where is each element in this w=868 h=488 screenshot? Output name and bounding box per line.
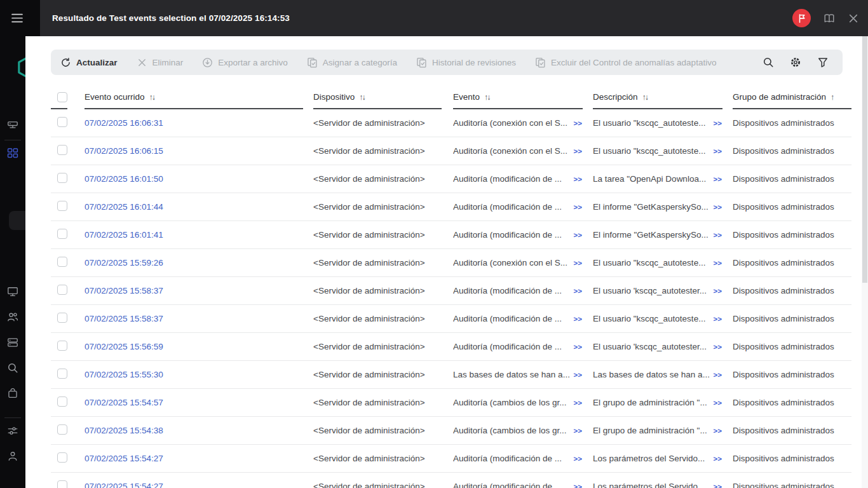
toolbar-button-excluir-del-control-de-anomalías-adaptativo[interactable]: Excluir del Control de anomalías adaptat… (535, 57, 716, 68)
event-time-link[interactable]: 07/02/2025 15:58:37 (85, 286, 163, 295)
expand-chevrons-link[interactable]: >> (714, 259, 722, 267)
expand-chevrons-link[interactable]: >> (714, 343, 722, 351)
row-checkbox[interactable] (57, 396, 67, 407)
sidebar-item-search[interactable] (7, 362, 18, 374)
expand-chevrons-link[interactable]: >> (574, 119, 582, 127)
settings-gear-button[interactable] (790, 57, 801, 68)
toolbar-button-eliminar[interactable]: Eliminar (137, 57, 184, 68)
sidebar-selected-item-highlight[interactable] (9, 211, 25, 230)
sidebar-item-users[interactable] (7, 311, 18, 323)
column-header-grupo-de-administración[interactable]: Grupo de administración↑ (733, 86, 851, 109)
row-checkbox[interactable] (57, 313, 67, 323)
sidebar-item-server[interactable] (7, 119, 18, 131)
select-all-checkbox[interactable] (57, 92, 67, 102)
event-time-link[interactable]: 07/02/2025 15:54:57 (85, 398, 163, 407)
event-time-link[interactable]: 07/02/2025 15:59:26 (85, 258, 163, 268)
toolbar-button-historial-de-revisiones[interactable]: Historial de revisiones (416, 57, 516, 68)
row-checkbox[interactable] (57, 341, 67, 351)
expand-chevrons-link[interactable]: >> (714, 231, 722, 239)
event-time-link[interactable]: 07/02/2025 15:58:37 (85, 314, 163, 323)
expand-chevrons-link[interactable]: >> (714, 119, 722, 127)
row-checkbox[interactable] (57, 229, 67, 239)
notifications-badge[interactable] (792, 9, 811, 27)
event-time-link[interactable]: 07/02/2025 15:54:38 (85, 426, 163, 435)
expand-chevrons-link[interactable]: >> (714, 427, 722, 435)
documentation-book-button[interactable] (824, 13, 835, 24)
expand-chevrons-link[interactable]: >> (574, 483, 582, 488)
expand-chevrons-link[interactable]: >> (714, 455, 722, 463)
sidebar-item-marketplace[interactable] (7, 388, 18, 399)
column-header-dispositivo[interactable]: Dispositivo↑↓ (313, 86, 453, 109)
row-checkbox-cell (51, 396, 85, 409)
sidebar-item-storage[interactable] (7, 337, 18, 348)
expand-chevrons-link[interactable]: >> (714, 203, 722, 211)
event-occurred-cell: 07/02/2025 15:55:30 (85, 370, 313, 379)
event-time-link[interactable]: 07/02/2025 15:54:27 (85, 454, 163, 463)
scrollbar-thumb[interactable] (862, 36, 867, 283)
sort-arrows-icon[interactable]: ↑↓ (484, 93, 490, 102)
expand-chevrons-link[interactable]: >> (714, 399, 722, 407)
row-checkbox[interactable] (57, 424, 67, 435)
expand-chevrons-link[interactable]: >> (574, 455, 582, 463)
event-time-link[interactable]: 07/02/2025 15:54:27 (85, 482, 163, 488)
description-cell-text: El grupo de administración "... (593, 426, 707, 435)
row-checkbox[interactable] (57, 173, 67, 183)
device-cell: <Servidor de administración> (313, 258, 453, 268)
expand-chevrons-link[interactable]: >> (574, 343, 582, 351)
event-time-link[interactable]: 07/02/2025 16:06:31 (85, 118, 163, 128)
sidebar-item-console-settings[interactable] (7, 425, 18, 437)
column-header-descripción[interactable]: Descripción↑↓ (593, 86, 733, 109)
expand-chevrons-link[interactable]: >> (714, 175, 722, 183)
device-cell: <Servidor de administración> (313, 482, 453, 488)
row-checkbox[interactable] (57, 257, 67, 267)
close-button[interactable] (848, 13, 859, 24)
description-cell-text: El grupo de administración "... (593, 398, 707, 407)
sidebar-item-apps-grid[interactable] (7, 147, 18, 159)
expand-chevrons-link[interactable]: >> (714, 287, 722, 295)
filter-funnel-button[interactable] (817, 57, 829, 68)
expand-chevrons-link[interactable]: >> (714, 483, 722, 488)
expand-chevrons-link[interactable]: >> (574, 427, 582, 435)
search-button[interactable] (763, 57, 774, 68)
sort-arrows-icon[interactable]: ↑↓ (149, 93, 155, 102)
row-checkbox[interactable] (57, 145, 67, 155)
row-checkbox[interactable] (57, 201, 67, 211)
main-menu-button[interactable] (11, 13, 24, 24)
expand-chevrons-link[interactable]: >> (574, 371, 582, 379)
expand-chevrons-link[interactable]: >> (574, 175, 582, 183)
event-time-link[interactable]: 07/02/2025 15:56:59 (85, 342, 163, 351)
expand-chevrons-link[interactable]: >> (574, 259, 582, 267)
column-header-evento-ocurrido[interactable]: Evento ocurrido↑↓ (85, 86, 313, 109)
toolbar-button-actualizar[interactable]: Actualizar (60, 57, 118, 68)
expand-chevrons-link[interactable]: >> (714, 147, 722, 155)
row-checkbox[interactable] (57, 117, 67, 127)
expand-chevrons-link[interactable]: >> (714, 371, 722, 379)
kaspersky-hexagon-logo-icon (17, 55, 25, 80)
expand-chevrons-link[interactable]: >> (574, 147, 582, 155)
expand-chevrons-link[interactable]: >> (574, 315, 582, 323)
sidebar-item-account[interactable] (7, 451, 18, 462)
column-header-evento[interactable]: Evento↑↓ (453, 86, 593, 109)
expand-chevrons-link[interactable]: >> (574, 399, 582, 407)
sidebar-item-devices[interactable] (7, 286, 18, 297)
refresh-icon (60, 57, 71, 68)
row-checkbox[interactable] (57, 285, 67, 295)
admin-group-cell: Dispositivos administrados (733, 370, 851, 379)
event-time-link[interactable]: 07/02/2025 16:01:44 (85, 202, 163, 212)
expand-chevrons-link[interactable]: >> (714, 315, 722, 323)
row-checkbox[interactable] (57, 480, 67, 488)
event-time-link[interactable]: 07/02/2025 16:01:50 (85, 174, 163, 184)
expand-chevrons-link[interactable]: >> (574, 203, 582, 211)
sort-arrows-icon[interactable]: ↑↓ (359, 93, 365, 102)
event-time-link[interactable]: 07/02/2025 15:55:30 (85, 370, 163, 379)
toolbar-button-asignar-a-categoría[interactable]: Asignar a categoría (307, 57, 397, 68)
sort-arrows-icon[interactable]: ↑ (831, 93, 833, 102)
sort-arrows-icon[interactable]: ↑↓ (642, 93, 648, 102)
row-checkbox[interactable] (57, 452, 67, 463)
expand-chevrons-link[interactable]: >> (574, 287, 582, 295)
expand-chevrons-link[interactable]: >> (574, 231, 582, 239)
event-time-link[interactable]: 07/02/2025 16:01:41 (85, 230, 163, 240)
event-time-link[interactable]: 07/02/2025 16:06:15 (85, 146, 163, 156)
row-checkbox[interactable] (57, 369, 67, 379)
toolbar-button-exportar-a-archivo[interactable]: Exportar a archivo (202, 57, 288, 68)
